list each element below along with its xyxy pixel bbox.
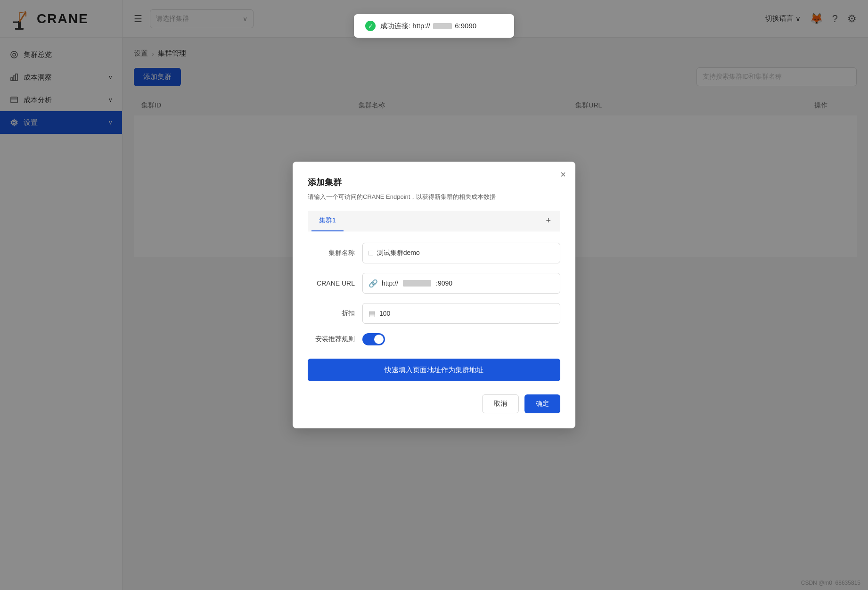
discount-label: 折扣: [308, 309, 355, 318]
success-toast: ✓ 成功连接: http:// 6:9090: [354, 14, 514, 38]
discount-row: 折扣 ▤: [308, 303, 560, 324]
crane-url-label: CRANE URL: [308, 279, 355, 287]
install-rule-label: 安装推荐规则: [308, 335, 355, 344]
modal-footer: 取消 确定: [308, 394, 560, 413]
crane-url-prefix: http://: [382, 279, 398, 287]
modal-tab-cluster1[interactable]: 集群1: [311, 211, 344, 231]
crane-url-suffix: :9090: [436, 279, 452, 287]
cluster-name-label: 集群名称: [308, 249, 355, 257]
toast-url-blurred: [433, 23, 452, 29]
crane-url-row: CRANE URL 🔗 http:// :9090: [308, 273, 560, 294]
modal-description: 请输入一个可访问的CRANE Endpoint，以获得新集群的相关成本数据: [308, 193, 560, 201]
modal-tabs: 集群1 +: [308, 211, 560, 231]
cluster-name-input[interactable]: □: [362, 243, 560, 263]
modal-overlay: × 添加集群 请输入一个可访问的CRANE Endpoint，以获得新集群的相关…: [0, 0, 868, 590]
quick-fill-button[interactable]: 快速填入页面地址作为集群地址: [308, 359, 560, 381]
modal-close-button[interactable]: ×: [560, 169, 566, 180]
discount-input[interactable]: ▤: [362, 303, 560, 324]
cluster-name-icon: □: [368, 249, 373, 257]
add-cluster-modal: × 添加集群 请输入一个可访问的CRANE Endpoint，以获得新集群的相关…: [293, 162, 575, 428]
crane-url-link-icon: 🔗: [368, 279, 378, 288]
cluster-name-row: 集群名称 □: [308, 243, 560, 263]
cluster-name-text-input[interactable]: [377, 249, 554, 257]
crane-url-blurred: [403, 280, 431, 287]
modal-title: 添加集群: [308, 177, 560, 188]
install-rule-row: 安装推荐规则: [308, 333, 560, 345]
crane-url-input[interactable]: 🔗 http:// :9090: [362, 273, 560, 294]
discount-text-input[interactable]: [379, 310, 554, 317]
toast-message: 成功连接: http:// 6:9090: [380, 22, 476, 31]
modal-tab-add-button[interactable]: +: [540, 212, 557, 229]
discount-icon: ▤: [368, 309, 376, 318]
modal-confirm-button[interactable]: 确定: [524, 394, 560, 413]
toast-success-icon: ✓: [365, 21, 376, 31]
modal-cancel-button[interactable]: 取消: [482, 394, 519, 413]
install-rule-toggle[interactable]: [362, 333, 385, 345]
